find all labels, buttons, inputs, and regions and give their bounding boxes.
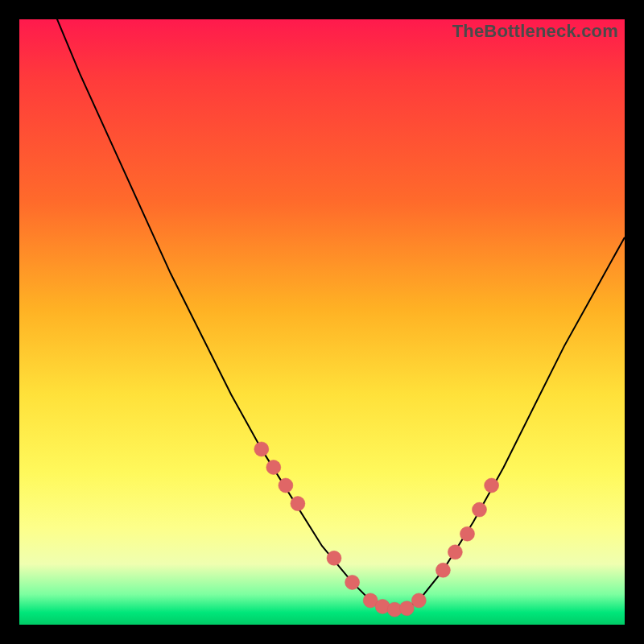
dot xyxy=(291,497,305,511)
chart-frame: TheBottleneck.com xyxy=(0,0,644,644)
dot xyxy=(485,478,499,493)
dot xyxy=(254,442,269,456)
dot xyxy=(327,551,341,565)
dot xyxy=(345,575,360,589)
bottleneck-curve xyxy=(19,0,625,609)
dot xyxy=(266,460,281,475)
dot xyxy=(460,526,475,541)
curve-layer xyxy=(19,19,625,625)
dot xyxy=(411,593,426,608)
plot-area: TheBottleneck.com xyxy=(19,19,625,625)
dot xyxy=(399,601,414,616)
dot xyxy=(473,502,487,517)
dot xyxy=(279,478,293,493)
dot xyxy=(448,545,462,559)
dot xyxy=(436,563,450,577)
highlight-dots xyxy=(254,442,499,617)
